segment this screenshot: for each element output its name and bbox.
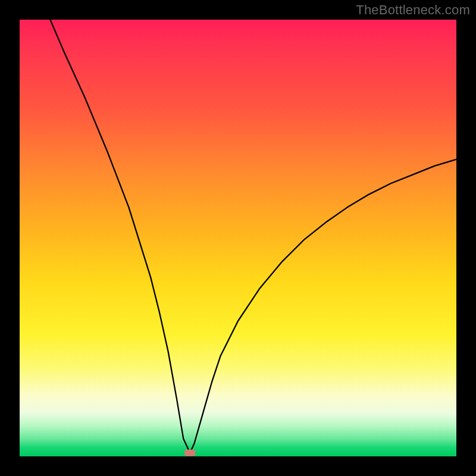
minimum-marker	[184, 450, 195, 456]
chart-frame: TheBottleneck.com	[0, 0, 476, 476]
bottleneck-curve	[50, 20, 456, 453]
watermark-text: TheBottleneck.com	[356, 2, 470, 18]
bottleneck-curve-svg	[20, 20, 456, 456]
plot-area	[20, 20, 456, 456]
